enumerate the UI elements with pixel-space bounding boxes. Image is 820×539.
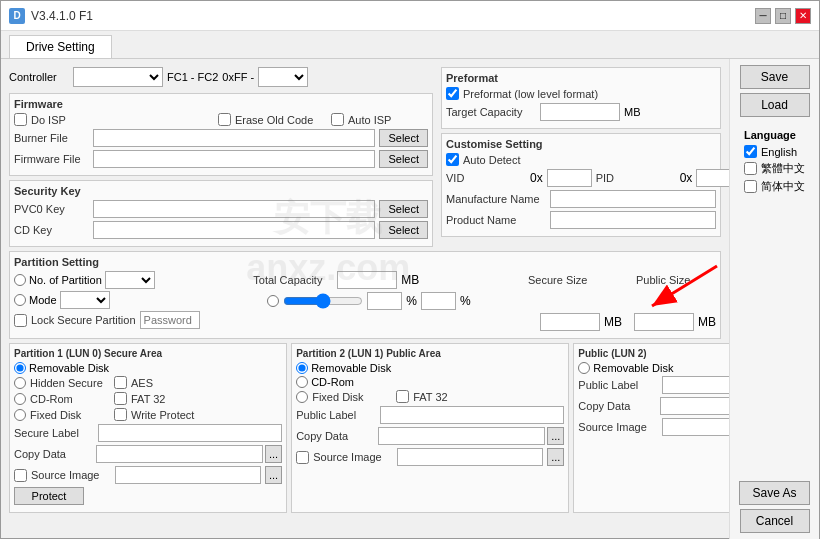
controller-select2[interactable] bbox=[258, 67, 308, 87]
tab-drive-setting[interactable]: Drive Setting bbox=[9, 35, 112, 58]
erase-old-code-checkbox[interactable] bbox=[218, 113, 231, 126]
p1-fat32-checkbox[interactable] bbox=[114, 392, 127, 405]
p1-copy-data-input[interactable] bbox=[96, 445, 263, 463]
load-button[interactable]: Load bbox=[740, 93, 810, 117]
p2-cd-row: CD-Rom bbox=[296, 376, 564, 388]
pub-copy-data-row: Copy Data ... bbox=[578, 397, 729, 415]
p2-fixed-radio[interactable] bbox=[296, 391, 308, 403]
cd-key-input[interactable] bbox=[93, 221, 375, 239]
p1-removable-radio[interactable] bbox=[14, 362, 26, 374]
pub-source-input[interactable] bbox=[662, 418, 729, 436]
product-name-input[interactable] bbox=[550, 211, 716, 229]
preformat-check-label: Preformat (low level format) bbox=[463, 88, 598, 100]
total-capacity-input[interactable] bbox=[337, 271, 397, 289]
p2-copy-data-input[interactable] bbox=[378, 427, 545, 445]
p1-source-button[interactable]: ... bbox=[265, 466, 282, 484]
p1-copy-data-label: Copy Data bbox=[14, 448, 94, 460]
p1-secure-label-input[interactable] bbox=[98, 424, 282, 442]
partition-slider[interactable] bbox=[283, 295, 363, 307]
lock-secure-checkbox[interactable] bbox=[14, 314, 27, 327]
cd-select-button[interactable]: Select bbox=[379, 221, 428, 239]
protect-button[interactable]: Protect bbox=[14, 487, 84, 505]
public-percent-input[interactable] bbox=[421, 292, 456, 310]
controller-row: Controller FC1 - FC2 0xFF - bbox=[9, 67, 433, 87]
firmware-file-select-button[interactable]: Select bbox=[379, 150, 428, 168]
p2-fixed-label: Fixed Disk bbox=[312, 391, 392, 403]
p2-source-checkbox[interactable] bbox=[296, 451, 309, 464]
p2-removable-radio[interactable] bbox=[296, 362, 308, 374]
mode-select[interactable] bbox=[60, 291, 110, 309]
p2-source-button[interactable]: ... bbox=[547, 448, 564, 466]
vid-prefix: 0x bbox=[530, 171, 543, 185]
mb-label: MB bbox=[624, 106, 641, 118]
bottom-partitions: Partition 1 (LUN 0) Secure Area Removabl… bbox=[9, 343, 721, 513]
pvco-key-row: PVC0 Key Select bbox=[14, 200, 428, 218]
english-checkbox[interactable] bbox=[744, 145, 757, 158]
no-of-partition-radio[interactable] bbox=[14, 274, 26, 286]
auto-detect-checkbox[interactable] bbox=[446, 153, 459, 166]
firmware-section: Firmware Do ISP Erase Old Code Auto ISP bbox=[9, 93, 433, 176]
left-panel: Controller FC1 - FC2 0xFF - Firmware bbox=[1, 59, 729, 539]
p2-source-input[interactable] bbox=[397, 448, 543, 466]
close-button[interactable]: ✕ bbox=[795, 8, 811, 24]
burner-file-row: Burner File Select bbox=[14, 129, 428, 147]
p1-cd-radio[interactable] bbox=[14, 393, 26, 405]
mode-row: Mode bbox=[14, 291, 245, 309]
pid-label: PID bbox=[596, 172, 676, 184]
save-as-button[interactable]: Save As bbox=[739, 481, 809, 505]
p2-fat32-label: FAT 32 bbox=[413, 391, 493, 403]
pub-copy-data-input[interactable] bbox=[660, 397, 729, 415]
p1-write-label: Write Protect bbox=[131, 409, 211, 421]
pvco-select-button[interactable]: Select bbox=[379, 200, 428, 218]
pub-public-label-row: Public Label bbox=[578, 376, 729, 394]
do-isp-checkbox[interactable] bbox=[14, 113, 27, 126]
p2-fat32-checkbox[interactable] bbox=[396, 390, 409, 403]
pub-public-label-input[interactable] bbox=[662, 376, 729, 394]
p1-aes-checkbox[interactable] bbox=[114, 376, 127, 389]
pvco-key-input[interactable] bbox=[93, 200, 375, 218]
controller-select[interactable] bbox=[73, 67, 163, 87]
customise-label: Customise Setting bbox=[446, 138, 716, 150]
cd-key-label: CD Key bbox=[14, 224, 89, 236]
p2-public-label-input[interactable] bbox=[380, 406, 564, 424]
p1-secure-label-row: Secure Label bbox=[14, 424, 282, 442]
partition-count-select[interactable] bbox=[105, 271, 155, 289]
save-button[interactable]: Save bbox=[740, 65, 810, 89]
p1-write-checkbox[interactable] bbox=[114, 408, 127, 421]
p1-source-input[interactable] bbox=[115, 466, 261, 484]
partition-setting-inner: No. of Partition Mode bbox=[14, 271, 716, 334]
p1-source-checkbox[interactable] bbox=[14, 469, 27, 482]
target-capacity-input[interactable] bbox=[540, 103, 620, 121]
secure-percent-input[interactable] bbox=[367, 292, 402, 310]
firmware-file-input[interactable] bbox=[93, 150, 375, 168]
maximize-button[interactable]: □ bbox=[775, 8, 791, 24]
p1-copy-data-button[interactable]: ... bbox=[265, 445, 282, 463]
minimize-button[interactable]: ─ bbox=[755, 8, 771, 24]
cancel-button[interactable]: Cancel bbox=[740, 509, 810, 533]
secure-mb-input[interactable] bbox=[540, 313, 600, 331]
p1-fixed-radio[interactable] bbox=[14, 409, 26, 421]
auto-isp-label: Auto ISP bbox=[348, 114, 428, 126]
partition-right: Total Capacity MB Secure Size Public Siz… bbox=[253, 271, 716, 334]
mode-radio[interactable] bbox=[14, 294, 26, 306]
oxff-text: 0xFF - bbox=[222, 71, 254, 83]
pub-removable-radio[interactable] bbox=[578, 362, 590, 374]
auto-isp-checkbox[interactable] bbox=[331, 113, 344, 126]
p2-copy-data-button[interactable]: ... bbox=[547, 427, 564, 445]
burner-file-select-button[interactable]: Select bbox=[379, 129, 428, 147]
vid-input[interactable] bbox=[547, 169, 592, 187]
p1-hidden-radio[interactable] bbox=[14, 377, 26, 389]
slider-radio[interactable] bbox=[267, 295, 279, 307]
p2-cd-radio[interactable] bbox=[296, 376, 308, 388]
simplified-chinese-checkbox[interactable] bbox=[744, 180, 757, 193]
p1-cd-fat-row: CD-Rom FAT 32 bbox=[14, 392, 282, 405]
password-input[interactable] bbox=[140, 311, 200, 329]
english-label: English bbox=[761, 146, 797, 158]
public-mb-input[interactable] bbox=[634, 313, 694, 331]
pid-input[interactable] bbox=[696, 169, 729, 187]
preformat-checkbox[interactable] bbox=[446, 87, 459, 100]
security-label: Security Key bbox=[14, 185, 428, 197]
burner-file-input[interactable] bbox=[93, 129, 375, 147]
manufacture-name-input[interactable] bbox=[550, 190, 716, 208]
traditional-chinese-checkbox[interactable] bbox=[744, 162, 757, 175]
